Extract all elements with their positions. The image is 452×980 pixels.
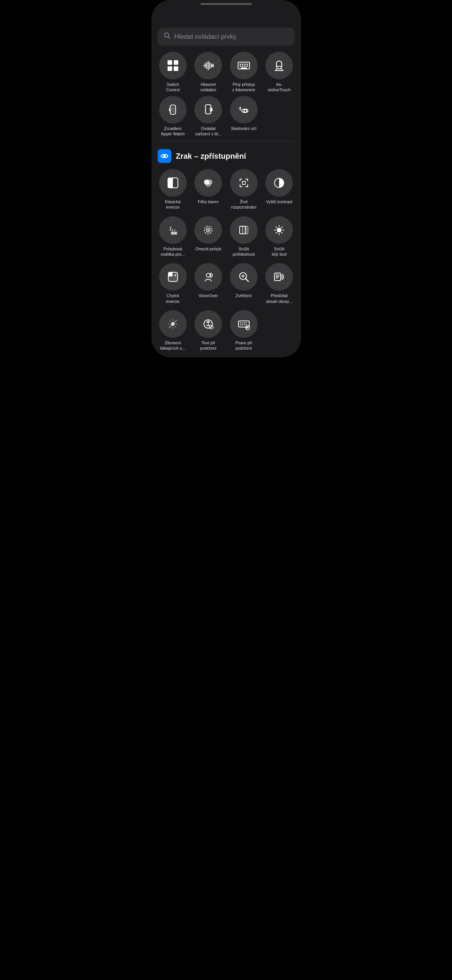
reduce-motion-icon: [194, 216, 222, 244]
search-icon: [164, 32, 171, 41]
empty-cell: [262, 96, 296, 137]
hover-typing-icon: [230, 310, 258, 338]
phone-shell: Hledat ovládací prvky SwitchControl: [151, 0, 301, 357]
apple-watch-mirroring-label: ZrcadleníApple Watch: [161, 126, 185, 137]
svg-point-41: [205, 182, 211, 187]
apple-watch-mirroring-icon: [159, 96, 187, 123]
zoom-item[interactable]: Zvětšení: [227, 263, 261, 304]
classic-invert-label: Klasickáinverze: [165, 199, 181, 210]
svg-point-33: [163, 155, 166, 158]
smart-invert-item[interactable]: Chytráinverze: [156, 263, 190, 304]
svg-line-61: [281, 232, 282, 233]
svg-point-89: [211, 326, 212, 327]
smart-invert-label: Chytráinverze: [166, 293, 179, 304]
hover-text-label: Text připodržení: [200, 340, 217, 351]
svg-rect-4: [168, 66, 172, 71]
eye-tracking-label: Sledování očí: [231, 126, 256, 131]
eye-tracking-item[interactable]: Sledování očí: [227, 96, 261, 137]
section-divider: [158, 141, 295, 141]
svg-rect-71: [274, 273, 281, 281]
increase-contrast-icon: [265, 169, 293, 197]
spoken-content-item[interactable]: Předčítatobsah obraz...: [262, 263, 296, 304]
color-filter-item[interactable]: Filtry barev: [191, 169, 225, 210]
assistive-touch-item[interactable]: As-sistiveTouch: [262, 52, 296, 93]
drag-indicator: [201, 3, 252, 5]
svg-line-29: [240, 107, 241, 108]
svg-point-51: [207, 229, 209, 231]
increase-contrast-item[interactable]: Vyšší kontrast: [262, 169, 296, 210]
svg-rect-3: [174, 60, 178, 65]
keyboard-access-label: Plný přístupz klávesnice: [232, 82, 255, 93]
svg-rect-19: [242, 66, 243, 67]
svg-line-60: [276, 227, 277, 228]
color-filter-icon: [194, 169, 222, 197]
dim-flashing-icon: [159, 310, 187, 338]
svg-point-55: [277, 228, 281, 232]
control-nearby-device-label: Ovládatzařízení v bl...: [195, 126, 221, 137]
voice-control-item[interactable]: Hlasovéovládání: [191, 52, 225, 93]
svg-rect-37: [173, 178, 178, 188]
reduce-white-point-item[interactable]: Snížitbílý bod: [262, 216, 296, 257]
keyboard-access-icon-circle: [230, 52, 258, 79]
motion-guide-label: Pohybovávodítka pro...: [161, 246, 185, 257]
svg-line-1: [168, 37, 170, 39]
spoken-content-label: Předčítatobsah obraz...: [266, 293, 293, 304]
row2-grid: ZrcadleníApple Watch Ovládatzařízení v b…: [151, 96, 301, 137]
svg-rect-17: [247, 64, 248, 65]
search-placeholder: Hledat ovládací prvky: [174, 33, 237, 41]
vision-grid: Klasickáinverze Filtry barev: [151, 169, 301, 351]
search-bar[interactable]: Hledat ovládací prvky: [158, 28, 295, 46]
svg-rect-18: [240, 66, 241, 67]
svg-rect-2: [168, 60, 172, 65]
hover-text-icon: [194, 310, 222, 338]
voiceover-label: VoiceOver: [199, 293, 218, 298]
live-recognition-label: Živérozpoznávání: [231, 199, 256, 210]
hover-typing-item[interactable]: Psaní připodržení: [227, 310, 261, 351]
reduce-transparency-label: Snížitprůhlednost: [233, 246, 255, 257]
svg-point-46: [174, 229, 176, 231]
spoken-content-icon: [265, 263, 293, 291]
eye-tracking-icon: [230, 96, 258, 123]
svg-rect-47: [171, 232, 177, 235]
apple-watch-mirroring-item[interactable]: ZrcadleníApple Watch: [156, 96, 190, 137]
dim-flashing-label: Ztlumeníblikajících s...: [160, 340, 186, 351]
reduce-transparency-item[interactable]: Snížitprůhlednost: [227, 216, 261, 257]
reduce-transparency-icon: [230, 216, 258, 244]
vision-section-header: Zrak – zpřístupnění: [151, 146, 301, 169]
hover-typing-label: Psaní připodržení: [235, 340, 252, 351]
status-bar: [151, 3, 301, 22]
svg-rect-54: [242, 226, 248, 234]
svg-rect-91: [240, 322, 241, 324]
hover-text-item[interactable]: Text připodržení: [191, 310, 225, 351]
svg-rect-38: [173, 178, 178, 188]
switch-control-item[interactable]: SwitchControl: [156, 52, 190, 93]
keyboard-access-item[interactable]: Plný přístupz klávesnice: [227, 52, 261, 93]
reduce-motion-item[interactable]: Omezit pohyb: [191, 216, 225, 257]
smart-invert-icon: [159, 263, 187, 291]
svg-rect-98: [246, 324, 247, 326]
live-recognition-icon: [230, 169, 258, 197]
svg-rect-96: [242, 324, 243, 326]
voiceover-item[interactable]: VoiceOver: [191, 263, 225, 304]
svg-line-30: [240, 109, 241, 110]
svg-point-45: [172, 229, 173, 231]
control-nearby-device-icon: [194, 96, 222, 123]
svg-rect-94: [246, 322, 247, 324]
vision-section-icon: [158, 149, 171, 163]
live-recognition-item[interactable]: Živérozpoznávání: [227, 169, 261, 210]
control-nearby-device-item[interactable]: Ovládatzařízení v bl...: [191, 96, 225, 137]
svg-line-70: [246, 279, 248, 281]
dim-flashing-item[interactable]: Ztlumeníblikajících s...: [156, 310, 190, 351]
switch-control-label: SwitchControl: [166, 82, 179, 93]
svg-rect-26: [171, 107, 174, 113]
svg-rect-93: [244, 322, 245, 324]
classic-invert-icon: [159, 169, 187, 197]
assistive-touch-icon-circle: [265, 52, 293, 79]
reduce-motion-label: Omezit pohyb: [195, 246, 221, 252]
svg-rect-21: [247, 66, 248, 67]
motion-guide-item[interactable]: Pohybovávodítka pro...: [156, 216, 190, 257]
svg-rect-15: [242, 64, 243, 65]
voice-control-label: Hlasovéovládání: [200, 82, 216, 93]
vision-section-title: Zrak – zpřístupnění: [176, 152, 246, 161]
classic-invert-item[interactable]: Klasickáinverze: [156, 169, 190, 210]
